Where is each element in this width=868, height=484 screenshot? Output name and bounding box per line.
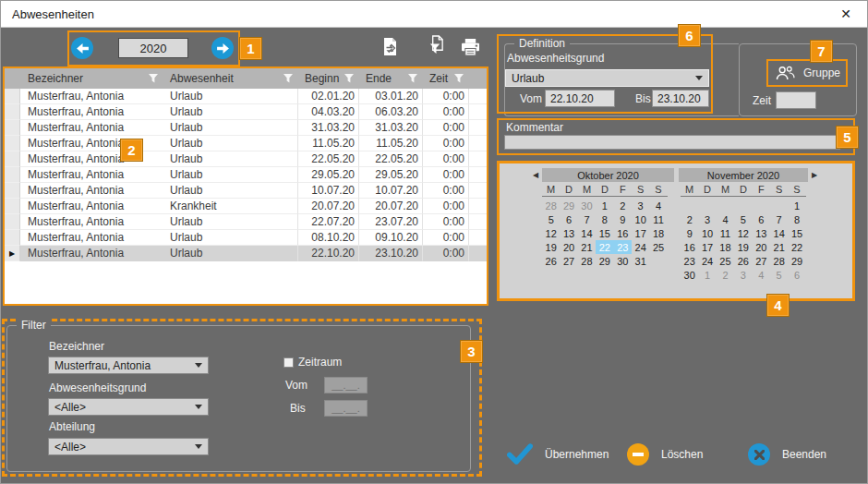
definition-abwesenheitsgrund-dropdown[interactable]: Urlaub [505,69,709,87]
filter-bezeichner-dropdown[interactable]: Musterfrau, Antonia [48,357,209,374]
table-row[interactable]: Musterfrau, AntoniaUrlaub08.10.2009.10.2… [5,230,487,246]
calendar-day[interactable]: 22 [788,240,805,254]
zeitraum-checkbox[interactable] [283,357,294,368]
calendar-next-icon[interactable]: ▶ [812,170,817,180]
kommentar-input[interactable] [504,135,840,150]
calendar-day[interactable]: 12 [734,226,752,240]
column-header-zeit[interactable]: Zeit [422,68,468,89]
calendar-day[interactable]: 20 [753,240,770,254]
calendar-day[interactable]: 4 [753,268,770,282]
calendar-day[interactable]: 17 [632,226,649,240]
filter-abteilung-dropdown[interactable]: <Alle> [48,438,209,455]
calendar-day[interactable]: 13 [560,226,577,240]
calendar-day[interactable]: 24 [698,254,716,268]
calendar-day[interactable]: 31 [632,254,649,268]
calendar-day[interactable]: 24 [632,240,649,254]
calendar-day[interactable]: 14 [770,226,788,240]
loeschen-button[interactable]: Löschen [627,443,703,466]
calendar-day[interactable]: 3 [734,268,752,282]
calendar-day[interactable]: 29 [596,254,613,268]
calendar-day[interactable]: 25 [717,254,734,268]
year-next-button[interactable] [211,37,234,59]
calendar-day[interactable]: 1 [596,199,613,212]
calendar-day[interactable]: 26 [734,254,752,268]
column-filter-icon[interactable] [283,74,293,83]
filter-abwesenheitsgrund-dropdown[interactable]: <Alle> [48,398,209,416]
column-header-bezeichner[interactable]: Bezeichner [20,68,163,89]
column-filter-icon[interactable] [454,74,464,83]
calendar-day[interactable]: 28 [770,254,788,268]
calendar-day[interactable]: 21 [770,240,788,254]
calendar-day[interactable]: 20 [560,240,577,254]
calendar-day[interactable]: 8 [788,212,805,226]
definition-bis-input[interactable]: 23.10.20 [652,90,709,107]
calendar-prev-icon[interactable]: ◀ [533,170,538,180]
calendar-day[interactable]: 8 [596,212,613,226]
column-filter-icon[interactable] [149,74,158,83]
table-row[interactable]: Musterfrau, AntoniaUrlaub22.05.2022.05.2… [5,151,487,167]
calendar-day[interactable]: 27 [753,254,770,268]
column-header-abwesenheit[interactable]: Abwesenheit [163,68,297,89]
table-row[interactable]: ▶Musterfrau, AntoniaUrlaub22.10.2023.10.… [5,246,487,261]
calendar-day[interactable]: 2 [614,199,632,212]
filter-vom-input[interactable]: __.__. [324,377,368,393]
calendar-day[interactable]: 12 [542,226,560,240]
filter-icon[interactable] [425,34,447,56]
table-row[interactable]: Musterfrau, AntoniaUrlaub31.03.2031.03.2… [5,120,487,136]
calendar-day[interactable]: 9 [614,212,632,226]
filter-bis-input[interactable]: __.__. [324,400,368,417]
calendar-day[interactable]: 9 [681,226,698,240]
table-row[interactable]: Musterfrau, AntoniaUrlaub11.05.2011.05.2… [5,136,487,151]
calendar-day[interactable]: 19 [734,240,752,254]
calendar-day[interactable]: 16 [614,226,632,240]
uebernehmen-button[interactable]: Übernehmen [507,442,609,466]
calendar-day[interactable]: 27 [560,254,577,268]
calendar-day[interactable]: 7 [770,212,788,226]
calendar-day[interactable]: 14 [578,226,596,240]
calendar-day[interactable]: 23 [681,254,698,268]
export-refresh-icon[interactable] [379,35,401,57]
calendar-day[interactable]: 29 [788,254,805,268]
calendar-day[interactable]: 28 [542,199,560,212]
calendar-day[interactable]: 13 [753,226,770,240]
calendar-day[interactable]: 29 [560,199,577,212]
column-filter-icon[interactable] [344,74,354,83]
calendar-day[interactable]: 10 [698,226,716,240]
print-icon[interactable] [459,36,481,58]
calendar-day[interactable]: 15 [596,226,613,240]
calendar-day[interactable]: 4 [717,212,734,226]
calendar-day[interactable]: 11 [717,226,734,240]
calendar-day[interactable]: 17 [698,240,716,254]
calendar-day[interactable]: 11 [649,212,667,226]
calendar-day[interactable]: 1 [698,268,716,282]
table-row[interactable]: Musterfrau, AntoniaUrlaub29.05.2029.05.2… [5,167,487,183]
calendar-day[interactable]: 26 [542,254,560,268]
calendar-day[interactable]: 22 [596,240,613,254]
table-row[interactable]: Musterfrau, AntoniaKrankheit20.07.2020.0… [5,199,487,214]
table-row[interactable]: Musterfrau, AntoniaUrlaub04.03.2006.03.2… [5,104,487,120]
calendar-day[interactable]: 1 [788,199,805,212]
table-row[interactable]: Musterfrau, AntoniaUrlaub10.07.2010.07.2… [5,183,487,199]
calendar-day[interactable]: 21 [578,240,596,254]
calendar-day[interactable]: 19 [542,240,560,254]
calendar-day[interactable]: 25 [649,240,667,254]
calendar-day[interactable]: 7 [578,212,596,226]
definition-vom-input[interactable]: 22.10.20 [545,90,615,107]
zeit-input[interactable] [776,91,816,109]
calendar-day[interactable]: 3 [698,212,716,226]
calendar-day[interactable]: 28 [578,254,596,268]
beenden-button[interactable]: Beenden [748,443,826,466]
column-header-beginn[interactable]: Beginn [297,68,358,89]
calendar-day[interactable]: 6 [753,212,770,226]
calendar-day[interactable]: 4 [649,199,667,212]
column-filter-icon[interactable] [408,74,417,83]
calendar-day[interactable]: 16 [681,240,698,254]
calendar-day[interactable]: 6 [560,212,577,226]
calendar-day[interactable]: 18 [649,226,667,240]
gruppe-button[interactable]: Gruppe [766,59,848,87]
calendar-day[interactable]: 2 [717,268,734,282]
calendar-day[interactable]: 15 [788,226,805,240]
table-row[interactable]: Musterfrau, AntoniaUrlaub02.01.2003.01.2… [5,89,487,104]
calendar-day[interactable]: 30 [614,254,632,268]
column-header-ende[interactable]: Ende [358,68,422,89]
